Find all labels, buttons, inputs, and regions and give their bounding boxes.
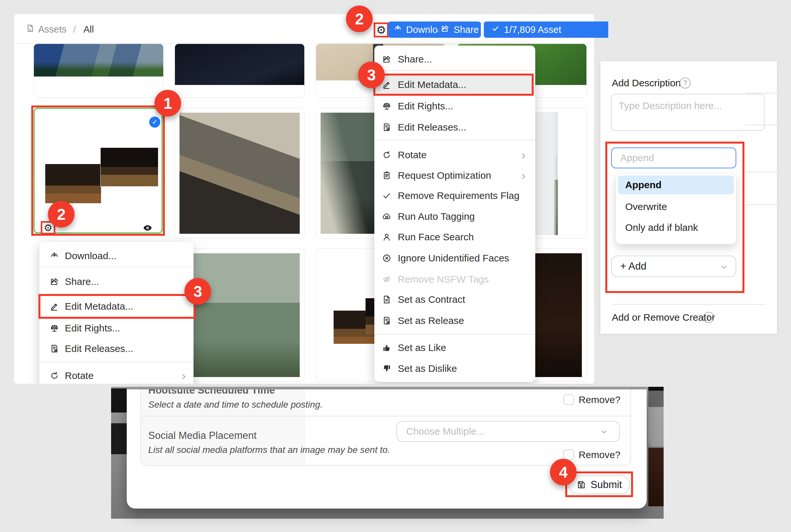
menu-item-rotate[interactable]: Rotate [374,146,542,165]
selected-check-icon[interactable]: ✓ [149,117,160,128]
menu-item-label: Run Auto Tagging [398,211,475,222]
menu-divider [374,70,535,71]
menu-item-edit-metadata[interactable]: Edit Metadata... [374,75,542,94]
menu-item-edit-metadata[interactable]: Edit Metadata... [39,297,203,316]
menu-item-rotate[interactable]: Rotate [39,366,203,384]
document-check-icon [382,316,392,326]
asset-card[interactable] [174,108,305,239]
screenshot-root: Assets / All ⚙ Download Share 1/7,809 As… [0,0,791,532]
menu-item-edit-rights[interactable]: Edit Rights... [374,97,542,116]
menu-item-remove-requirements-flag[interactable]: Remove Requirements Flag [374,186,542,205]
dimmed-card [648,391,664,446]
scales-icon [49,323,60,334]
menu-item-set-as-dislike[interactable]: Set as Dislike [374,359,542,378]
menu-item-label: Set as Like [398,342,446,353]
asset-photo [45,164,101,203]
remove-checkbox[interactable] [563,394,574,405]
field-description: List all social media platforms that an … [148,445,390,455]
document-icon [382,294,392,305]
option-overwrite[interactable]: Overwrite [616,196,736,217]
asset-photo [34,44,163,77]
menu-item-set-as-release[interactable]: Set as Release [374,311,542,330]
edit-metadata-modal: Hootsuite Scheduled Time Select a date a… [127,390,647,509]
dimmed-thumbnail [648,448,664,506]
divider [746,125,777,125]
chevron-right-icon [520,172,528,179]
menu-item-label: Share... [398,54,432,65]
remove-label: Remove? [578,394,620,405]
menu-item-set-as-contract[interactable]: Set as Contract [374,290,542,309]
menu-item-label: Ignore Unidentified Faces [398,253,509,264]
step-1-badge: 1 [154,90,181,117]
help-icon[interactable]: ? [703,312,714,323]
divider [746,93,777,93]
menu-item-label: Set as Release [398,315,464,326]
asset-photo [180,113,300,234]
thumb-up-icon [382,343,392,353]
menu-item-label: Edit Metadata... [65,301,133,312]
menu-item-label: Rotate [65,370,93,381]
field-label-clipped: Hootsuite Scheduled Time [148,390,275,396]
submit-label: Submit [591,479,622,491]
menu-item-edit-releases[interactable]: Edit Releases... [374,118,542,137]
append-mode-combobox[interactable]: Append [611,148,736,168]
submit-button[interactable]: Submit [569,475,630,494]
chevron-down-icon [720,262,729,274]
menu-divider [39,267,194,267]
menu-item-run-auto-tagging[interactable]: Run Auto Tagging [374,207,542,226]
gear-icon[interactable]: ⚙ [44,223,53,233]
share-icon [49,277,60,287]
menu-item-share[interactable]: Share... [374,50,542,69]
add-field-button[interactable]: + Add [611,255,736,277]
menu-item-label: Share... [65,276,99,287]
divider [746,205,777,205]
asset-photo [175,44,304,85]
help-icon[interactable]: ? [680,77,691,89]
chevron-right-icon [180,372,188,380]
append-mode-value: Append [620,152,654,164]
assets-panel: Assets / All ⚙ Download Share 1/7,809 As… [14,14,594,384]
edit-pencil-icon [49,301,60,311]
asset-card[interactable] [174,44,305,98]
scales-icon [382,101,392,111]
gear-icon[interactable]: ⚙ [376,24,386,36]
share-label: Share [454,24,479,35]
option-append[interactable]: Append [618,175,734,194]
menu-item-share[interactable]: Share... [39,272,203,291]
share-icon [440,24,449,36]
menu-item-edit-releases[interactable]: Edit Releases... [39,339,203,358]
menu-divider [374,140,535,140]
menu-item-ignore-unidentified-faces[interactable]: Ignore Unidentified Faces [374,249,542,268]
menu-item-set-as-like[interactable]: Set as Like [374,338,542,357]
eye-icon[interactable] [142,222,153,234]
download-icon [393,24,402,36]
selection-count-button[interactable]: 1/7,809 Asset [484,21,608,38]
dimmed-thumbnail [111,423,127,454]
menu-item-label: Set as Dislike [398,363,457,374]
chevron-right-icon [520,151,528,159]
menu-item-request-optimization[interactable]: Request Optimization [374,166,542,185]
file-image-icon [26,24,35,34]
asset-card[interactable] [34,44,164,98]
description-input[interactable] [611,94,765,131]
menu-item-label: Rotate [398,149,426,160]
field-description: Select a date and time to schedule posti… [148,399,323,410]
save-floppy-icon [576,480,586,490]
breadcrumb-assets[interactable]: Assets [38,24,67,35]
thumbnail-context-menu: Download...Share...Edit Metadata...Edit … [39,242,194,384]
menu-item-label: Edit Metadata... [398,79,466,90]
menu-item-download[interactable]: Download... [39,246,203,265]
download-icon [49,251,60,261]
remove-label: Remove? [578,449,620,460]
document-check-icon [382,122,392,133]
menu-item-run-face-search[interactable]: Run Face Search [374,228,542,246]
menu-item-label: Edit Rights... [398,101,453,112]
add-field-label: + Add [620,261,646,272]
social-media-placement-select[interactable]: Choose Multiple... [397,421,620,442]
append-mode-dropdown: AppendOverwriteOnly add if blank [616,173,736,244]
share-button[interactable]: Share [439,21,481,38]
remove-checkbox[interactable] [563,449,574,460]
option-only-add-if-blank[interactable]: Only add if blank [616,217,736,238]
selection-count-label: 1/7,809 Asset [504,24,561,35]
menu-item-edit-rights[interactable]: Edit Rights... [39,319,203,338]
